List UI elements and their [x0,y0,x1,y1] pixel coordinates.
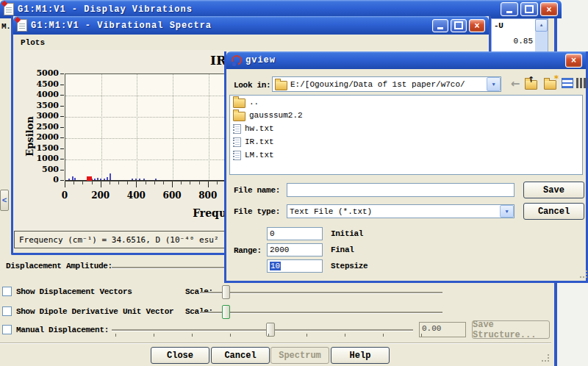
look-in-label: Look in: [234,81,270,90]
spectrum-peak[interactable] [132,179,133,180]
minimize-icon [506,11,512,13]
maximize-button[interactable] [451,19,467,32]
vectors-scale-slider[interactable] [200,292,442,293]
file-name: gausssum2.2 [249,111,303,120]
close-icon: × [474,21,479,31]
list-item[interactable]: IR.txt [230,135,582,148]
x-tick-mark [118,182,119,184]
show-dipole-checkbox[interactable] [2,306,12,316]
show-displacement-vectors-checkbox[interactable] [2,287,12,296]
x-tick-mark [217,182,218,184]
manual-displacement-label: Manual Displacement: [16,326,109,334]
pane-scroll-left-button[interactable]: < [0,190,9,211]
spectrum-peak[interactable] [94,179,96,180]
selected-text: 10 [270,262,281,270]
save-structure-button[interactable]: Save Structure... [472,320,550,339]
help-button[interactable]: Help [331,347,390,364]
look-in-combobox[interactable]: E:/[Ogouxing/Data of 1st paper/w7co/ ▼ [272,76,501,92]
cancel-button[interactable]: Cancel [523,203,584,220]
list-item[interactable]: LM.txt [230,148,582,162]
y-tick-label: 1500 [24,143,59,153]
gview-titlebar[interactable]: gview × [226,51,586,69]
slider-tick [154,334,154,337]
list-value: 0.85 [514,37,533,46]
file-type-combobox[interactable]: Text File (*.txt) ▼ [287,204,514,218]
minimize-button[interactable] [432,19,448,32]
list-item[interactable]: .. [230,96,582,109]
range-initial-input[interactable] [267,227,323,240]
spectrum-peak[interactable] [135,179,137,180]
dropdown-button[interactable]: ▼ [500,205,514,218]
menu-plots[interactable]: Plots [21,38,45,47]
spectrum-peak[interactable] [143,179,145,180]
file-name-label: File name: [234,186,280,195]
y-tick-label: 500 [24,165,59,174]
spectrum-peak[interactable] [110,173,111,180]
close-button[interactable]: × [540,2,558,16]
range-final-input[interactable] [267,243,323,256]
x-tick-mark [127,182,128,184]
spectrum-peak[interactable] [74,178,76,180]
manual-displacement-checkbox[interactable] [2,325,12,334]
up-arrow-icon: ↑ [528,75,534,85]
gaussview-document-icon [17,19,27,32]
selected-mode-marker[interactable] [87,176,92,181]
spectra-titlebar[interactable]: G1:M1:V1 - Vibrational Spectra × [13,16,489,35]
list-view-button[interactable] [562,78,573,88]
list-item[interactable]: hw.txt [230,122,582,135]
range-stepsize-input[interactable]: 10 [267,259,323,273]
up-one-level-button[interactable]: ↑ [525,78,537,90]
chevron-left-icon: < [2,196,7,205]
close-button[interactable]: × [565,54,582,68]
y-tick-mark [60,106,64,107]
file-name: LM.txt [245,151,274,159]
slider-tick [306,334,307,337]
spectrum-peak[interactable] [139,179,140,180]
spectrum-peak[interactable] [68,179,70,180]
x-tick-mark [172,182,173,187]
spectrum-peak[interactable] [104,179,105,180]
scroll-up-button[interactable]: ▲ [535,19,548,32]
new-folder-button[interactable]: * [544,78,556,90]
spectrum-button[interactable]: Spectrum [270,347,329,364]
save-button[interactable]: Save [523,182,584,198]
details-view-button[interactable] [576,78,588,88]
file-name: .. [249,98,259,107]
list-item[interactable]: gausssum2.2 [230,109,582,122]
slider-tick [115,334,116,337]
x-tick-mark [208,182,209,187]
spectrum-peak[interactable] [100,179,101,180]
spectrum-peak[interactable] [155,179,157,180]
back-button[interactable]: ← [509,77,522,90]
maximize-button[interactable] [520,2,538,16]
file-name-input[interactable] [287,183,514,197]
spectrum-peak[interactable] [72,176,74,180]
dipole-scale-slider[interactable] [200,312,442,313]
x-tick-mark [163,182,164,184]
gridline-vertical [101,74,102,181]
dipole-scale-thumb[interactable] [222,305,230,319]
look-in-path: E:/[Ogouxing/Data of 1st paper/w7co/ [290,80,465,89]
x-tick-label: 0 [50,190,79,201]
close-dialog-button[interactable]: Close [151,347,209,364]
spectrum-peak[interactable] [107,177,108,180]
maximize-icon [454,21,463,29]
initial-label: Initial [331,229,363,238]
x-tick-mark [110,182,110,184]
dialog-title: gview [245,55,276,65]
cancel-dialog-button[interactable]: Cancel [211,347,270,364]
manual-displacement-value: 0.00 [419,322,466,337]
spectrum-peak[interactable] [97,178,98,180]
minimize-button[interactable] [501,2,518,16]
y-tick-mark [60,170,64,171]
gridline-vertical [209,74,209,181]
vectors-scale-thumb[interactable] [222,285,230,299]
dropdown-button[interactable]: ▼ [487,77,501,91]
resize-grip[interactable] [542,360,543,362]
manual-displacement-thumb[interactable] [266,323,275,337]
resize-grip[interactable] [580,276,581,278]
folder-icon [233,98,245,108]
window-title: G1:M1:V1 - Vibrational Spectra [31,21,212,31]
manual-displacement-slider[interactable] [112,329,413,331]
close-button[interactable]: × [469,19,485,32]
